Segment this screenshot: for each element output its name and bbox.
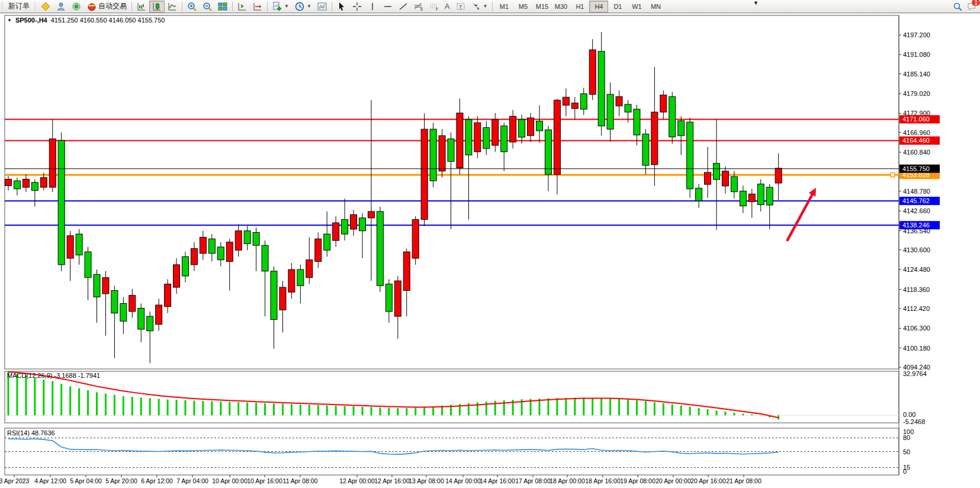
candle-body (94, 274, 100, 297)
candle-body (457, 113, 463, 168)
candle-body (244, 231, 250, 244)
community-button[interactable] (53, 1, 69, 12)
candle-body (385, 284, 392, 312)
candle-body (589, 50, 596, 94)
toolbar-drag-handle[interactable] (1, 2, 4, 11)
main-toolbar: 新订单 自动交易 (0, 0, 980, 13)
time-axis-label: 13 Apr 08:00 (409, 477, 444, 484)
tab-timeframe-M30[interactable]: M30 (551, 1, 570, 12)
bar-chart-button[interactable] (134, 1, 149, 12)
price-tick-label: 4124.480 (903, 266, 930, 273)
candle-body (394, 281, 401, 316)
candle-body (147, 316, 153, 331)
text-label-icon: T (456, 2, 465, 11)
text-tool-button[interactable]: A (442, 1, 453, 12)
candle-body (40, 178, 47, 187)
macd-min-label: -5.2468 (903, 418, 925, 425)
candle-body (165, 284, 171, 307)
candle-body (714, 163, 720, 179)
time-axis-label: 12 Apr 16:00 (374, 477, 410, 484)
price-tick-label: 4166.960 (903, 129, 930, 136)
candle-body (333, 223, 339, 240)
tab-timeframe-M15[interactable]: M15 (532, 1, 551, 12)
macd-zero-label: 0.00 (903, 411, 915, 418)
toolbar-overflow-arrow[interactable]: ▼ (753, 0, 759, 6)
template-icon (317, 2, 327, 11)
candle-body (49, 139, 56, 187)
svg-text:F: F (436, 7, 438, 11)
vertical-line-tool-button[interactable] (365, 1, 380, 12)
time-axis-label: 17 Apr 08:00 (515, 477, 551, 484)
price-chart-canvas[interactable]: 4197.2004191.0804185.1404179.0204172.900… (0, 14, 980, 488)
time-axis-label: 5 Apr 20:00 (105, 477, 137, 484)
svg-text:T: T (459, 4, 462, 9)
cursor-tool-button[interactable] (334, 1, 349, 12)
time-axis-label: 12 Apr 00:00 (339, 477, 375, 484)
toolbar-drag-handle[interactable] (34, 2, 37, 11)
new-order-label: 新订单 (8, 1, 30, 11)
metaeditor-button[interactable] (38, 1, 53, 12)
autotrading-button[interactable]: 自动交易 (84, 1, 130, 12)
notifications-icon[interactable]: 1 (967, 2, 976, 11)
fibonacci-tool-button[interactable]: E (411, 1, 426, 12)
line-chart-icon (168, 2, 177, 11)
time-axis-label: 21 Apr 08:00 (726, 477, 761, 484)
candle-body (545, 130, 551, 174)
candlestick-chart-button[interactable] (149, 1, 165, 12)
price-tick-label: 4179.020 (903, 90, 930, 97)
candle-body (766, 187, 773, 205)
auto-scroll-button[interactable] (234, 1, 250, 12)
price-badge-label: 4138.246 (902, 221, 930, 229)
tab-timeframe-M1[interactable]: M1 (494, 1, 513, 12)
candle-body (315, 239, 322, 261)
current-price-label: 4155.750 (902, 165, 930, 172)
tab-timeframe-MN[interactable]: MN (646, 1, 665, 12)
crosshair-tool-button[interactable] (349, 1, 365, 12)
tab-timeframe-H4[interactable]: H4 (589, 1, 608, 12)
line-chart-button[interactable] (165, 1, 180, 12)
indicators-button[interactable]: ▼ (269, 1, 292, 12)
tab-timeframe-W1[interactable]: W1 (627, 1, 646, 12)
bar-chart-icon (137, 2, 146, 11)
arrows-tool-button[interactable]: ▼ (468, 1, 491, 12)
tile-windows-button[interactable] (215, 1, 230, 12)
chart-shift-button[interactable] (250, 1, 265, 12)
new-order-button[interactable]: 新订单 (5, 1, 33, 12)
candle-body (342, 220, 348, 235)
zoom-in-button[interactable] (184, 1, 200, 12)
candle-body (757, 184, 764, 205)
zoom-out-icon (203, 2, 212, 11)
rsi-indicator-label: RSI(14) 48.7636 (7, 429, 55, 436)
candle-body (421, 129, 428, 220)
candle-body (748, 194, 755, 202)
templates-button[interactable] (314, 1, 330, 12)
candle-body (642, 134, 649, 165)
candle-body (616, 97, 622, 106)
candle-body (156, 305, 162, 325)
time-axis-label: 10 Apr 16:00 (247, 477, 282, 484)
rsi-panel[interactable] (5, 428, 899, 475)
fibonacci-icon: E (414, 2, 423, 11)
tab-timeframe-H1[interactable]: H1 (570, 1, 589, 12)
zoom-out-button[interactable] (200, 1, 215, 12)
chart-expand-icon[interactable]: ▼ (7, 18, 12, 23)
signals-button[interactable] (69, 1, 84, 12)
periods-button[interactable]: ▼ (292, 1, 314, 12)
time-axis-label: 10 Apr 00:00 (212, 477, 248, 484)
channel-tool-button[interactable]: F (426, 1, 442, 12)
search-icon[interactable] (953, 2, 962, 11)
tab-timeframe-D1[interactable]: D1 (608, 1, 627, 12)
candle-body (377, 211, 383, 285)
trendline-tool-button[interactable] (396, 1, 411, 12)
rsi-axis-label: 0 (903, 468, 907, 475)
price-tick-label: 4112.420 (903, 305, 930, 312)
candle-body (262, 245, 268, 271)
horizontal-line-tool-button[interactable] (380, 1, 396, 12)
time-axis-label: 14 Apr 16:00 (480, 477, 515, 484)
text-tool-icon: A (445, 2, 450, 11)
text-label-tool-button[interactable]: T (453, 1, 468, 12)
tab-timeframe-M5[interactable]: M5 (513, 1, 532, 12)
candle-body (208, 239, 215, 253)
rsi-axis-label: 50 (903, 448, 910, 455)
level-line-handle[interactable] (891, 173, 895, 177)
